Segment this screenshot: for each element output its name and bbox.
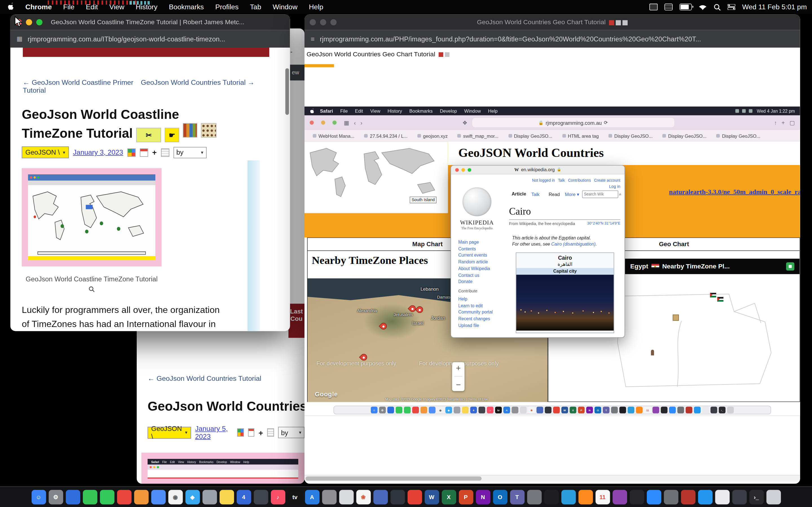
wiki-user-link[interactable]: Contributions xyxy=(568,178,591,183)
safari[interactable]: ◈ xyxy=(185,490,200,504)
spotlight-icon[interactable] xyxy=(714,3,721,11)
trash[interactable] xyxy=(766,490,780,504)
calendar-icon[interactable] xyxy=(140,148,148,156)
excel[interactable]: X xyxy=(442,490,456,504)
messages[interactable] xyxy=(83,490,97,504)
minimize-button[interactable] xyxy=(461,168,465,172)
app[interactable] xyxy=(680,490,695,504)
wiki-user-link[interactable]: Not logged in xyxy=(532,178,555,183)
post-image[interactable] xyxy=(22,168,161,267)
address-bar[interactable]: ▦ rjmprogramming.com.au/ITblog/geojson-w… xyxy=(10,30,290,48)
app-store[interactable]: A xyxy=(305,490,319,504)
app[interactable] xyxy=(407,490,422,504)
terminal[interactable]: ›_ xyxy=(749,490,763,504)
next-post-link[interactable]: GeoJson World Countries Tutorial → xyxy=(141,78,255,87)
minimize-button[interactable] xyxy=(26,19,32,25)
battery-icon[interactable] xyxy=(679,4,692,10)
app[interactable] xyxy=(151,490,165,504)
coordinates-link[interactable]: 30°2′40″N 31°14′9″E xyxy=(587,221,620,225)
menu-item[interactable]: Help xyxy=(303,3,329,11)
app[interactable] xyxy=(339,490,353,504)
address-bar[interactable]: ≡ rjmprogramming.com.au/PHP/images_found… xyxy=(305,30,800,48)
category-select[interactable]: GeoJSON \▾ xyxy=(147,427,191,438)
cairo-night-photo[interactable] xyxy=(516,275,613,330)
wikipedia-popup[interactable]: W en.wikipedia.org 🔒 Not logged inTalkCo… xyxy=(451,165,625,338)
tab-read[interactable]: Read xyxy=(546,191,562,196)
prev-post-link[interactable]: ← GeoJson World Coastline Primer Tutoria… xyxy=(23,78,136,94)
site-settings-icon[interactable]: ≡ xyxy=(311,35,315,43)
control-center-icon[interactable] xyxy=(728,4,735,10)
wiki-nav-link[interactable]: Current events xyxy=(458,252,490,259)
by-select[interactable]: by▾ xyxy=(173,147,207,158)
app[interactable] xyxy=(664,490,678,504)
close-button[interactable] xyxy=(455,168,459,172)
zoom-button[interactable] xyxy=(468,168,471,172)
wiki-nav-link[interactable]: Contact us xyxy=(458,272,490,278)
wifi-icon[interactable] xyxy=(699,4,707,10)
abacus-icon[interactable] xyxy=(201,123,216,137)
pointing-hand-icon[interactable]: ☛ xyxy=(165,128,179,142)
zoom-glass-icon[interactable] xyxy=(89,286,95,292)
docker[interactable] xyxy=(698,490,712,504)
menu-item[interactable]: Bookmarks xyxy=(163,3,209,11)
tab-more[interactable]: More ▾ xyxy=(562,191,582,196)
wiki-nav-link[interactable]: Community portal xyxy=(458,309,493,316)
post-date-link[interactable]: January 3, 2023 xyxy=(73,149,123,156)
app[interactable] xyxy=(253,490,268,504)
menu-clock[interactable]: Wed 11 Feb 5:01 pm xyxy=(742,3,807,11)
geo-marker-icon[interactable] xyxy=(673,315,679,321)
window-titlebar[interactable]: GeoJson World Coastline TimeZone Tutoria… xyxy=(10,14,290,30)
menu-item[interactable]: Tab xyxy=(244,3,267,11)
vertical-scrollbar[interactable] xyxy=(285,68,289,115)
horizontal-scrollbar[interactable] xyxy=(305,475,800,482)
tab-search-icon[interactable]: ▦ xyxy=(17,35,22,43)
teams[interactable]: T xyxy=(510,490,524,504)
screen-mirroring-icon[interactable] xyxy=(650,4,658,10)
app[interactable] xyxy=(612,490,627,504)
books-icon[interactable] xyxy=(183,123,197,137)
window-titlebar[interactable]: GeoJson World Countries Geo Chart Tutori… xyxy=(305,14,800,30)
keyboard-icon[interactable] xyxy=(665,4,673,10)
geo-chart-tutorial-window[interactable]: GeoJson World Countries Geo Chart Tutori… xyxy=(305,14,800,484)
firefox[interactable] xyxy=(578,490,593,504)
post-thumbnail[interactable]: Safari FileEditViewHistoryBookmarksDevel… xyxy=(141,453,305,484)
geo-marker-icon[interactable] xyxy=(651,350,654,355)
wiki-nav-link[interactable]: Recent changes xyxy=(458,316,493,322)
wiki-nav-link[interactable]: Contents xyxy=(458,245,490,252)
zoom-out-button[interactable]: − xyxy=(456,380,461,390)
horizontal-scrollbar-thumb[interactable] xyxy=(306,476,481,481)
popup-titlebar[interactable]: W en.wikipedia.org 🔒 xyxy=(451,166,624,174)
vscode[interactable] xyxy=(561,490,575,504)
post-date-link[interactable]: January 5, 2023 xyxy=(195,425,233,440)
geo-marker-icon[interactable] xyxy=(717,297,723,302)
calendar[interactable]: 11 xyxy=(595,490,610,504)
promo-box-fragment[interactable]: Last Cou xyxy=(289,304,305,338)
facetime[interactable] xyxy=(100,490,114,504)
chrome[interactable]: ◉ xyxy=(168,490,183,504)
app[interactable] xyxy=(629,490,644,504)
by-select[interactable]: by▾ xyxy=(278,427,305,438)
coastline-tutorial-window[interactable]: GeoJson World Coastline TimeZone Tutoria… xyxy=(10,14,290,331)
app[interactable] xyxy=(527,490,541,504)
menu-item[interactable]: Window xyxy=(267,3,303,11)
wiki-nav-link[interactable]: Main page xyxy=(458,239,490,245)
chart-icon[interactable] xyxy=(128,148,136,156)
onenote[interactable]: N xyxy=(476,490,490,504)
url-text[interactable]: rjmprogramming.com.au/PHP/images_found.p… xyxy=(320,35,701,43)
app[interactable] xyxy=(544,490,558,504)
wiki-nav-link[interactable]: About Wikipedia xyxy=(458,265,490,272)
finder[interactable]: ☺ xyxy=(31,490,46,504)
tab-article[interactable]: Article xyxy=(509,191,529,197)
app[interactable]: 4 xyxy=(236,490,251,504)
wiki-nav-link[interactable]: Help xyxy=(458,296,493,302)
zoom-in-button[interactable]: + xyxy=(456,363,461,373)
journal-icon[interactable] xyxy=(161,148,169,156)
url-text[interactable]: rjmprogramming.com.au/ITblog/geojson-wor… xyxy=(28,35,225,43)
apple-menu[interactable] xyxy=(0,2,20,11)
disambiguation-link[interactable]: Cairo (disambiguation) xyxy=(551,242,596,247)
wiki-nav-link[interactable]: Donate xyxy=(458,279,490,285)
app[interactable] xyxy=(134,490,148,504)
category-select[interactable]: GeoJSON \▾ xyxy=(22,147,69,158)
system-settings[interactable]: ⚙ xyxy=(49,490,63,504)
zoom[interactable] xyxy=(647,490,661,504)
